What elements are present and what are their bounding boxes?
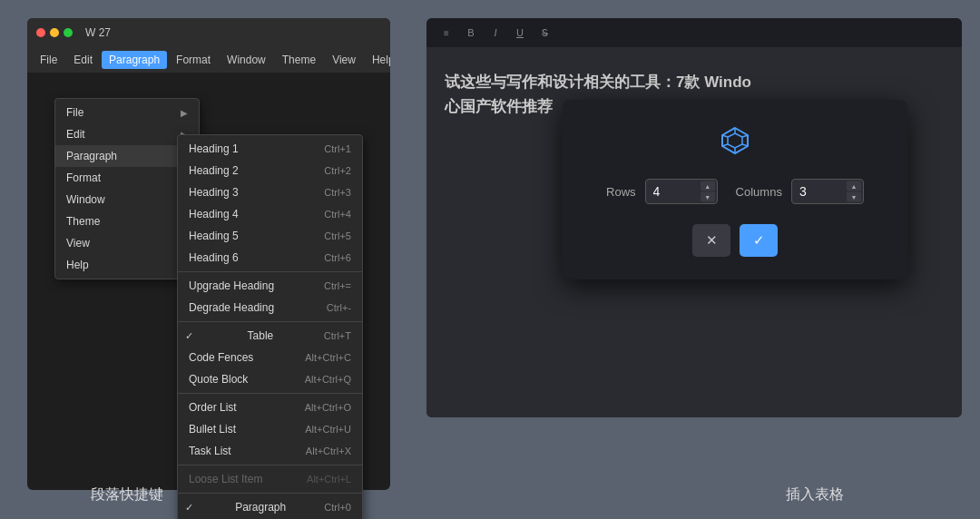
- heading4-item[interactable]: Heading 4 Ctrl+4: [178, 203, 362, 225]
- order-list-label: Order List: [189, 401, 305, 414]
- dropdown-format-label: Format: [66, 171, 101, 184]
- order-list-item[interactable]: Order List Alt+Ctrl+O: [178, 397, 362, 418]
- confirm-button[interactable]: ✓: [740, 224, 778, 257]
- dropdown-window-label: Window: [66, 193, 105, 206]
- file-arrow-icon: ▶: [181, 108, 188, 118]
- paragraph-item[interactable]: ✓ Paragraph Ctrl+0: [178, 496, 362, 518]
- quote-block-label: Quote Block: [189, 373, 305, 386]
- menu-window[interactable]: Window: [220, 51, 273, 69]
- heading6-label: Heading 6: [189, 251, 239, 264]
- heading5-item[interactable]: Heading 5 Ctrl+5: [178, 225, 362, 247]
- submenu-sep1: [178, 271, 362, 272]
- code-fences-item[interactable]: Code Fences Alt+Ctrl+C: [178, 347, 362, 368]
- table-shortcut: Ctrl+T: [324, 330, 351, 341]
- paragraph-submenu: Heading 1 Ctrl+1 Heading 2 Ctrl+2 Headin…: [177, 134, 363, 519]
- loose-list-item[interactable]: Loose List Item Alt+Ctrl+L: [178, 468, 362, 490]
- rows-up-button[interactable]: ▲: [701, 181, 715, 191]
- right-screenshot-label: 插入表格: [786, 485, 844, 504]
- degrade-heading-item[interactable]: Degrade Heading Ctrl+-: [178, 297, 362, 318]
- submenu-sep3: [178, 393, 362, 394]
- dropdown-file[interactable]: File ▶: [55, 102, 199, 123]
- menu-view[interactable]: View: [325, 51, 363, 69]
- rows-input-wrapper: ▲ ▼: [645, 179, 718, 204]
- title-bar: W 27: [27, 18, 390, 47]
- toolbar-btn-4[interactable]: U: [509, 22, 531, 44]
- table-item[interactable]: ✓ Table Ctrl+T: [178, 325, 362, 347]
- degrade-heading-shortcut: Ctrl+-: [327, 302, 351, 313]
- rows-label: Rows: [606, 185, 636, 199]
- heading3-item[interactable]: Heading 3 Ctrl+3: [178, 181, 362, 203]
- table-check-icon: ✓: [185, 330, 193, 342]
- toolbar-btn-1[interactable]: ≡: [436, 22, 457, 44]
- task-list-shortcut: Alt+Ctrl+X: [306, 446, 351, 456]
- menu-edit[interactable]: Edit: [66, 51, 100, 69]
- left-screenshot-label: 段落快捷键: [91, 485, 163, 504]
- code-fences-shortcut: Alt+Ctrl+C: [305, 352, 351, 363]
- order-list-shortcut: Alt+Ctrl+O: [305, 402, 351, 413]
- columns-up-button[interactable]: ▲: [847, 181, 861, 191]
- dropdown-edit-label: Edit: [66, 128, 85, 141]
- svg-marker-1: [728, 133, 742, 148]
- dialog-inputs-row: Rows ▲ ▼ Columns ▲ ▼: [606, 179, 864, 204]
- quote-block-item[interactable]: Quote Block Alt+Ctrl+Q: [178, 368, 362, 390]
- heading4-shortcut: Ctrl+4: [324, 209, 351, 220]
- menu-help[interactable]: Help: [365, 51, 390, 69]
- menu-bar: File Edit Paragraph Format Window Theme …: [27, 47, 390, 73]
- heading1-shortcut: Ctrl+1: [324, 143, 351, 154]
- text-line1: 试这些与写作和设计相关的工具：7款 Windo: [445, 70, 751, 94]
- bullet-list-item[interactable]: Bullet List Alt+Ctrl+U: [178, 418, 362, 440]
- columns-spinner: ▲ ▼: [847, 181, 861, 202]
- paragraph-label: Paragraph: [235, 501, 286, 514]
- heading1-item[interactable]: Heading 1 Ctrl+1: [178, 138, 362, 160]
- heading6-item[interactable]: Heading 6 Ctrl+6: [178, 247, 362, 269]
- rows-field: Rows ▲ ▼: [606, 179, 718, 204]
- heading1-label: Heading 1: [189, 142, 239, 155]
- submenu-sep2: [178, 321, 362, 322]
- menu-theme[interactable]: Theme: [275, 51, 323, 69]
- submenu-sep5: [178, 493, 362, 494]
- window-title: W 27: [85, 26, 111, 39]
- heading3-shortcut: Ctrl+3: [324, 187, 351, 198]
- task-list-item[interactable]: Task List Alt+Ctrl+X: [178, 440, 362, 462]
- paragraph-shortcut: Ctrl+0: [324, 502, 351, 513]
- columns-field: Columns ▲ ▼: [736, 179, 864, 204]
- upgrade-heading-item[interactable]: Upgrade Heading Ctrl+=: [178, 275, 362, 297]
- close-button[interactable]: [36, 28, 45, 37]
- columns-input-wrapper: ▲ ▼: [791, 179, 864, 204]
- window-controls: [36, 28, 73, 37]
- maximize-button[interactable]: [64, 28, 73, 37]
- upgrade-heading-label: Upgrade Heading: [189, 279, 274, 292]
- editor-toolbar: ≡ B I U S̶: [426, 18, 962, 47]
- rows-down-button[interactable]: ▼: [701, 192, 715, 202]
- toolbar-btn-2[interactable]: B: [460, 22, 482, 44]
- heading4-label: Heading 4: [189, 208, 239, 220]
- paragraph-check-icon: ✓: [185, 502, 193, 514]
- heading2-item[interactable]: Heading 2 Ctrl+2: [178, 160, 362, 181]
- heading2-shortcut: Ctrl+2: [324, 165, 351, 176]
- dropdown-help-label: Help: [66, 259, 89, 271]
- dialog-logo: [717, 122, 753, 159]
- columns-label: Columns: [736, 185, 782, 199]
- bullet-list-label: Bullet List: [189, 423, 305, 436]
- menu-paragraph[interactable]: Paragraph: [102, 51, 167, 69]
- minimize-button[interactable]: [50, 28, 59, 37]
- dialog-action-buttons: ✕ ✓: [692, 224, 778, 257]
- loose-list-shortcut: Alt+Ctrl+L: [307, 474, 351, 485]
- heading2-label: Heading 2: [189, 164, 239, 177]
- insert-table-dialog: Rows ▲ ▼ Columns ▲ ▼ ✕ ✓: [563, 100, 907, 279]
- task-list-label: Task List: [189, 445, 306, 457]
- upgrade-heading-shortcut: Ctrl+=: [324, 280, 351, 291]
- toolbar-btn-3[interactable]: I: [485, 22, 506, 44]
- dropdown-view-label: View: [66, 237, 90, 250]
- quote-block-shortcut: Alt+Ctrl+Q: [305, 374, 351, 385]
- dropdown-file-label: File: [66, 106, 83, 119]
- menu-format[interactable]: Format: [169, 51, 218, 69]
- dropdown-paragraph-label: Paragraph: [66, 150, 117, 162]
- columns-down-button[interactable]: ▼: [847, 192, 861, 202]
- dropdown-theme-label: Theme: [66, 215, 100, 228]
- toolbar-btn-5[interactable]: S̶: [534, 22, 555, 44]
- heading5-label: Heading 5: [189, 230, 239, 242]
- menu-file[interactable]: File: [33, 51, 64, 69]
- loose-list-label: Loose List Item: [189, 473, 307, 485]
- cancel-button[interactable]: ✕: [692, 224, 730, 257]
